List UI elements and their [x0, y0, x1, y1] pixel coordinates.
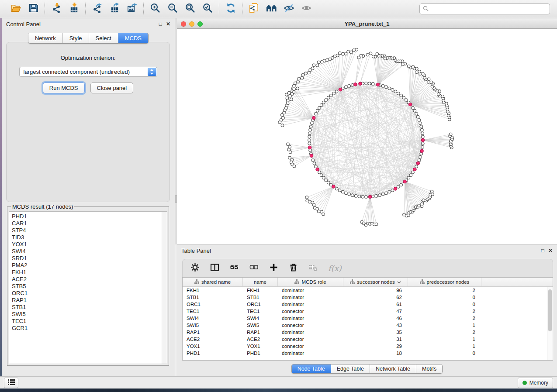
mcds-result-node[interactable]: STB5: [12, 283, 164, 290]
tab-select[interactable]: Select: [89, 33, 118, 43]
column-header-empty: [481, 278, 553, 286]
tab-network[interactable]: Network: [28, 33, 62, 43]
delete-column-button[interactable]: [289, 263, 298, 274]
cell-successor-nodes: 46: [343, 315, 408, 322]
close-panel-icon[interactable]: ✕: [166, 21, 170, 27]
select-all-rows-button[interactable]: [230, 263, 239, 274]
mcds-result-node[interactable]: PMA2: [12, 262, 164, 269]
deselect-all-rows-button[interactable]: [249, 263, 259, 274]
mcds-result-node[interactable]: ORC1: [12, 290, 164, 297]
cell-name: RAP1: [243, 329, 278, 336]
cell-successor-nodes: 47: [343, 308, 408, 315]
column-header-mcds-role[interactable]: MCDS role: [278, 278, 343, 286]
export-network-button[interactable]: [91, 3, 103, 15]
show-all-button[interactable]: [300, 3, 312, 15]
tab-edge-table[interactable]: Edge Table: [331, 364, 370, 373]
close-window-icon[interactable]: [181, 21, 186, 27]
run-mcds-button[interactable]: Run MCDS: [43, 83, 85, 93]
mcds-result-node[interactable]: ACE2: [12, 276, 164, 283]
table-row[interactable]: ACE2 ACE2 connector 31 1: [183, 336, 553, 343]
mcds-result-node[interactable]: GCR1: [12, 325, 164, 332]
cell-name: SWI4: [243, 315, 278, 322]
mcds-result-node[interactable]: TEC1: [12, 318, 164, 325]
network-window-titlebar[interactable]: YPA_prune.txt_1: [177, 19, 557, 29]
column-header-name[interactable]: name: [243, 278, 278, 286]
export-table-button[interactable]: [108, 3, 121, 15]
table-row[interactable]: FKH1 FKH1 dominator 96 2: [183, 287, 553, 294]
table-row[interactable]: SWI4 SWI4 dominator 46 2: [183, 315, 553, 322]
mcds-result-node[interactable]: STP4: [12, 227, 164, 234]
tab-mcds[interactable]: MCDS: [118, 33, 148, 43]
hide-selected-icon: [284, 3, 294, 15]
add-column-button[interactable]: [269, 263, 278, 274]
column-header-successor-nodes[interactable]: successor nodes: [343, 278, 408, 286]
split-table-button[interactable]: [210, 263, 219, 274]
deselect-all-rows-icon: [249, 263, 259, 274]
task-history-button[interactable]: [4, 378, 18, 388]
tab-node-table[interactable]: Node Table: [292, 364, 331, 373]
import-table-button[interactable]: [68, 3, 80, 15]
mcds-result-node[interactable]: SWI4: [12, 248, 164, 255]
mcds-result-node[interactable]: FKH1: [12, 269, 164, 276]
cell-shared-name: RAP1: [183, 329, 243, 336]
tab-style[interactable]: Style: [62, 33, 89, 43]
search-input[interactable]: [431, 6, 547, 13]
cell-mcds-role: dominator: [278, 294, 343, 301]
first-neighbors-button[interactable]: [265, 3, 277, 15]
column-label: MCDS role: [301, 279, 326, 285]
mcds-result-node[interactable]: STB1: [12, 304, 164, 311]
zoom-out-button[interactable]: [166, 3, 179, 15]
mcds-result-node[interactable]: SWI5: [12, 311, 164, 318]
optimization-criterion-select[interactable]: largest connected component (undirected): [19, 67, 157, 77]
cell-mcds-role: connector: [278, 336, 343, 343]
table-row[interactable]: TEC1 TEC1 connector 47 2: [183, 308, 553, 315]
tab-network-table[interactable]: Network Table: [370, 364, 416, 373]
tab-motifs[interactable]: Motifs: [416, 364, 442, 373]
float-panel-icon[interactable]: □: [159, 21, 162, 27]
table-panel-header: Table Panel □ ✕: [177, 245, 557, 256]
close-table-panel-icon[interactable]: ✕: [548, 248, 553, 253]
open-file-button[interactable]: [10, 3, 22, 15]
zoom-in-button[interactable]: [149, 3, 161, 15]
hide-selected-button[interactable]: [283, 3, 295, 15]
table-row[interactable]: PHD1 PHD1 dominator 18 0: [183, 350, 553, 357]
table-row[interactable]: SWI5 SWI5 connector 43 1: [183, 322, 553, 329]
zoom-fit-button[interactable]: [184, 3, 196, 15]
mcds-result-node[interactable]: TID3: [12, 234, 164, 241]
import-network-button[interactable]: [50, 3, 62, 15]
table-scrollbar[interactable]: [547, 287, 552, 360]
table-row[interactable]: YOX1 YOX1 connector 29 1: [183, 343, 553, 350]
float-table-panel-icon[interactable]: □: [541, 248, 544, 253]
network-canvas[interactable]: [177, 29, 557, 244]
save-session-button[interactable]: [27, 3, 39, 15]
tree-icon: [194, 279, 199, 285]
table-row[interactable]: RAP1 RAP1 dominator 35 2: [183, 329, 553, 336]
mcds-result-node[interactable]: PHD1: [12, 213, 164, 220]
refresh-layout-button[interactable]: [225, 3, 237, 15]
mcds-result-list[interactable]: PHD1CAR1STP4TID3YOX1SWI4SRD1PMA2FKH1ACE2…: [9, 211, 167, 364]
close-panel-button[interactable]: Close panel: [90, 83, 134, 93]
minimize-window-icon[interactable]: [189, 21, 194, 27]
search-box[interactable]: [419, 3, 550, 14]
mcds-result-node[interactable]: SRD1: [12, 255, 164, 262]
new-network-from-selection-button[interactable]: [248, 3, 260, 15]
column-label: predecessor nodes: [427, 279, 470, 285]
table-row[interactable]: STB1 STB1 dominator 62 0: [183, 294, 553, 301]
table-scrollbar-thumb[interactable]: [548, 289, 552, 331]
cell-mcds-role: dominator: [278, 287, 343, 294]
delete-column-icon: [289, 263, 298, 274]
column-header-shared-name[interactable]: shared name: [183, 278, 243, 286]
mcds-result-node[interactable]: CAR1: [12, 220, 164, 227]
maximize-window-icon[interactable]: [197, 21, 203, 27]
table-row[interactable]: ORC1 ORC1 dominator 61 0: [183, 301, 553, 308]
export-image-button[interactable]: [126, 3, 138, 15]
cell-shared-name: ACE2: [183, 336, 243, 343]
column-header-predecessor-nodes[interactable]: predecessor nodes: [408, 278, 481, 286]
mcds-result-node[interactable]: RAP1: [12, 297, 164, 304]
zoom-selected-button[interactable]: [201, 3, 214, 15]
memory-button[interactable]: Memory: [518, 378, 553, 388]
mcds-result-items: PHD1CAR1STP4TID3YOX1SWI4SRD1PMA2FKH1ACE2…: [12, 213, 164, 332]
mcds-list-scrollbar[interactable]: [162, 212, 167, 364]
mcds-result-node[interactable]: YOX1: [12, 241, 164, 248]
gear-button[interactable]: [190, 263, 200, 274]
